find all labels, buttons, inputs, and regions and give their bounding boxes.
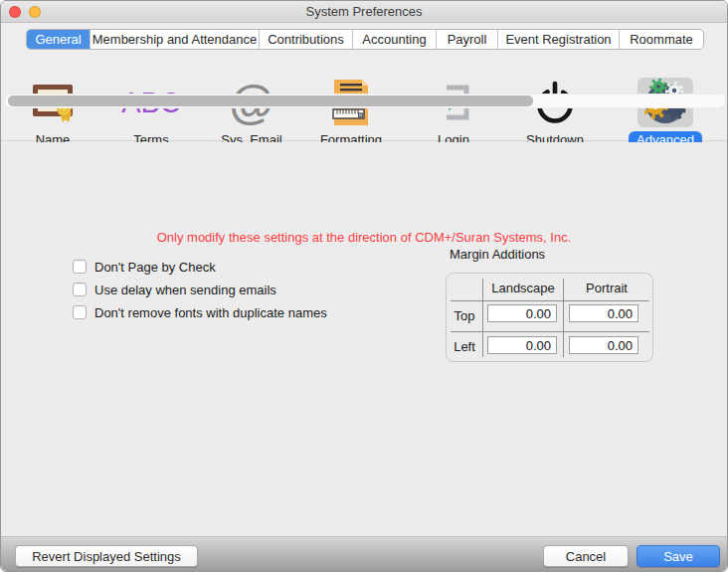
checkbox-row-dont-page-by-check: Don't Page by Check [73,259,216,275]
row-label-top: Top [447,308,482,323]
tab-accounting[interactable]: Accounting [353,30,437,49]
input-top-portrait[interactable] [569,304,638,322]
close-button[interactable] [9,6,21,18]
input-left-portrait[interactable] [569,336,638,354]
checkbox-use-delay-emails[interactable] [73,283,87,296]
tab-roommate[interactable]: Roommate [620,30,703,49]
table-divider [451,331,649,332]
system-preferences-window: System Preferences General Membership an… [0,0,728,572]
tab-event-registration[interactable]: Event Registration [498,30,620,49]
checkbox-row-use-delay-emails: Use delay when sending emails [73,282,276,297]
table-divider [451,300,649,301]
toolbar-item-login[interactable]: Login [406,78,501,148]
input-left-landscape[interactable] [487,336,557,354]
toolbar-scrollbar[interactable] [4,94,726,108]
tab-payroll[interactable]: Payroll [437,30,498,49]
title-bar: System Preferences [1,1,727,23]
tab-membership-and-attendance[interactable]: Membership and Attendance [91,30,260,49]
toolbar-item-sys-email[interactable]: @ Sys. Email [204,78,299,148]
preferences-header: General Membership and Attendance Contri… [1,23,727,141]
checkbox-row-dont-remove-fonts: Don't remove fonts with duplicate names [73,304,327,320]
checkbox-label: Don't remove fonts with duplicate names [94,305,327,320]
footer-bar: Revert Displayed Settings Cancel Save [1,536,727,571]
column-header-portrait: Portrait [564,281,649,295]
toolbar-scrollbar-thumb[interactable] [8,95,533,106]
settings-panel: Only modify these settings at the direct… [1,142,727,538]
toolbar-item-advanced[interactable]: Advanced [618,78,713,148]
checkbox-dont-remove-fonts[interactable] [73,305,87,319]
warning-text: Only modify these settings at the direct… [1,230,727,245]
toolbar-item-name[interactable]: Name [5,78,100,148]
checkbox-label: Don't Page by Check [94,260,216,275]
window-title: System Preferences [1,1,727,22]
input-top-landscape[interactable] [487,304,557,322]
toolbar-item-formatting[interactable]: Formatting [303,78,399,148]
toolbar-item-terms[interactable]: ABC Terms [103,78,199,148]
checkbox-dont-page-by-check[interactable] [73,260,87,274]
checkbox-label: Use delay when sending emails [94,283,276,297]
column-header-landscape: Landscape [483,281,563,295]
tab-general[interactable]: General [27,30,91,49]
revert-displayed-settings-button[interactable]: Revert Displayed Settings [15,545,198,567]
margin-additions-group: Landscape Portrait Top Left [446,273,653,362]
margin-additions-title: Margin Additions [450,247,545,262]
toolbar-item-shutdown[interactable]: Shutdown [507,78,603,148]
row-label-left: Left [447,339,482,354]
minimize-button[interactable] [29,6,41,18]
preference-tabs: General Membership and Attendance Contri… [26,29,704,50]
tab-contributions[interactable]: Contributions [260,30,353,49]
save-button[interactable]: Save [637,545,720,567]
cancel-button[interactable]: Cancel [543,545,629,567]
